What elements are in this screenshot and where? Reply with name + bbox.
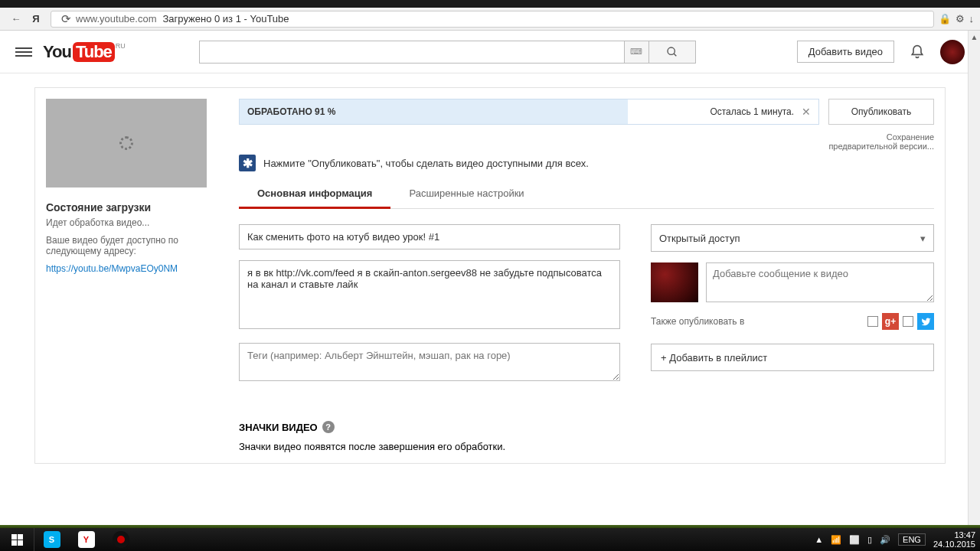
svg-line-1 xyxy=(674,54,676,56)
taskbar-recorder[interactable] xyxy=(103,528,138,551)
video-title-input[interactable] xyxy=(239,224,620,249)
locale-label: RU xyxy=(116,42,126,50)
asterisk-icon: ✱ xyxy=(239,155,256,171)
youtube-masthead: YouTube RU ⌨ Добавить видео xyxy=(0,31,980,73)
upload-card: Состояние загрузки Идет обработка видео.… xyxy=(34,87,946,464)
share-message-input[interactable] xyxy=(706,262,934,302)
search-input[interactable] xyxy=(199,41,624,64)
google-plus-icon: g+ xyxy=(882,313,899,330)
page-scrollbar[interactable]: ▲ xyxy=(968,31,980,525)
thumbnails-note: Значки видео появятся после завершения е… xyxy=(239,441,620,452)
google-plus-checkbox[interactable] xyxy=(867,316,878,327)
twitter-icon xyxy=(917,313,934,330)
browser-toolbar: ← Я ⟳ www.youtube.com Загружено 0 из 1 -… xyxy=(0,8,980,31)
taskbar-yandex[interactable]: Y xyxy=(69,528,103,551)
taskbar-skype[interactable]: S xyxy=(34,528,69,551)
youtube-logo[interactable]: YouTube RU xyxy=(43,42,115,62)
chevron-down-icon: ▾ xyxy=(920,233,926,244)
windows-taskbar: S Y ▲ 📶 ⬜ ▯ 🔊 ENG 13:47 24.10.2015 xyxy=(0,528,980,551)
progress-status: ОБРАБОТАНО 91 % xyxy=(247,106,335,117)
start-button[interactable] xyxy=(0,528,34,551)
upload-status-title: Состояние загрузки xyxy=(46,201,230,214)
add-to-playlist-button[interactable]: + Добавить в плейлист xyxy=(651,344,934,371)
help-icon[interactable]: ? xyxy=(322,421,335,433)
save-status: Сохранение предварительной версии... xyxy=(828,132,934,151)
processing-progress-bar: ОБРАБОТАНО 91 % Осталась 1 минута. ✕ xyxy=(239,99,819,125)
address-bar[interactable]: ⟳ www.youtube.com Загружено 0 из 1 - You… xyxy=(51,11,934,28)
tray-network-icon[interactable]: 📶 xyxy=(831,535,841,545)
thumbnails-heading: ЗНАЧКИ ВИДЕО ? xyxy=(239,421,620,433)
notifications-icon[interactable] xyxy=(910,44,925,60)
tray-clock[interactable]: 13:47 24.10.2015 xyxy=(933,530,975,549)
downloads-icon[interactable]: ↓ xyxy=(969,13,975,24)
browser-tabstrip xyxy=(0,0,980,8)
svg-point-0 xyxy=(668,47,675,54)
settings-gear-icon[interactable]: ⚙ xyxy=(956,13,965,24)
spinner-icon xyxy=(119,136,133,150)
tab-advanced-settings[interactable]: Расширенные настройки xyxy=(390,180,542,208)
keyboard-icon[interactable]: ⌨ xyxy=(624,41,648,64)
yandex-browser-icon[interactable]: Я xyxy=(28,11,44,27)
search-button[interactable] xyxy=(648,41,696,64)
share-avatar xyxy=(651,262,698,302)
video-thumbnail-placeholder xyxy=(46,99,207,187)
twitter-checkbox[interactable] xyxy=(903,316,913,327)
dismiss-progress-icon[interactable]: ✕ xyxy=(802,106,811,118)
upload-button[interactable]: Добавить видео xyxy=(797,41,894,63)
video-description-input[interactable]: я в вк http://vk.com/feed я в скайп-anto… xyxy=(239,260,620,329)
settings-tabs: Основная информация Расширенные настройк… xyxy=(239,180,934,209)
page-title: Загружено 0 из 1 - YouTube xyxy=(163,13,289,24)
video-url-link[interactable]: https://youtu.be/MwpvaEOy0NM xyxy=(46,263,230,274)
tray-show-hidden-icon[interactable]: ▲ xyxy=(815,535,823,544)
publish-button[interactable]: Опубликовать xyxy=(828,99,934,125)
url-note: Ваше видео будет доступно по следующему … xyxy=(46,235,230,256)
tab-basic-info[interactable]: Основная информация xyxy=(239,180,390,209)
reload-icon[interactable]: ⟳ xyxy=(58,11,74,27)
video-tags-input[interactable] xyxy=(239,343,620,381)
lock-icon: 🔒 xyxy=(939,13,951,24)
tray-action-center-icon[interactable]: ⬜ xyxy=(849,535,860,545)
progress-time-left: Осталась 1 минута. xyxy=(710,106,794,117)
tray-battery-icon[interactable]: ▯ xyxy=(867,535,872,545)
publish-hint: ✱ Нажмите "Опубликовать", чтобы сделать … xyxy=(239,151,934,175)
scroll-up-icon[interactable]: ▲ xyxy=(969,31,980,43)
privacy-select[interactable]: Открытый доступ ▾ xyxy=(651,224,934,252)
tray-language[interactable]: ENG xyxy=(898,533,926,546)
upload-status-text: Идет обработка видео... xyxy=(46,217,230,228)
tray-volume-icon[interactable]: 🔊 xyxy=(880,535,890,545)
hamburger-menu-icon[interactable] xyxy=(15,47,32,57)
also-publish-label: Также опубликовать в xyxy=(651,316,744,327)
url-host: www.youtube.com xyxy=(76,13,163,24)
avatar[interactable] xyxy=(940,40,965,64)
back-icon[interactable]: ← xyxy=(8,11,24,27)
